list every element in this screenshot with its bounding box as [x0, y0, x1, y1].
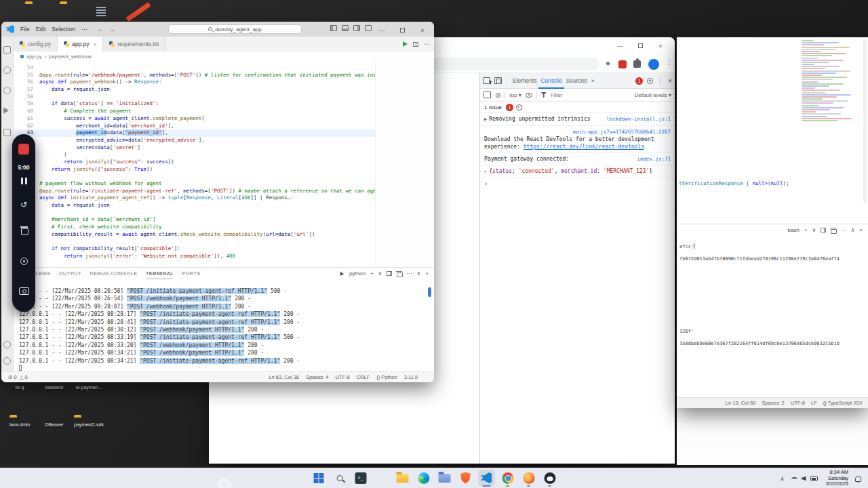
taskbar-icon-chrome[interactable]	[500, 470, 516, 486]
devtools-close-icon[interactable]: ×	[668, 77, 672, 85]
console-source-link[interactable]: index.js:71	[637, 155, 671, 163]
terminal-dropdown-icon[interactable]: ∨	[378, 270, 382, 277]
code-line[interactable]: 75 #merchant_id = data['merchant_id']	[14, 216, 375, 224]
minimize-button[interactable]: —	[610, 43, 630, 49]
tab-requirements.txt[interactable]: requirements.txt	[103, 37, 165, 52]
status-problems[interactable]: ⊘ 0 △ 0	[8, 374, 28, 380]
status-cursor[interactable]: Ln 13, Col 50	[726, 400, 756, 406]
status-spaces[interactable]: Spaces: 4	[306, 374, 328, 380]
code-editor[interactable]: 5455@app.route(rule='/webhook/payment', …	[14, 61, 434, 267]
device-toolbar-icon[interactable]	[494, 77, 502, 84]
status-eol[interactable]: LF	[811, 400, 817, 406]
discard-recording-icon[interactable]	[21, 226, 27, 234]
devtools-tab-more[interactable]: »	[589, 73, 597, 89]
maximize-button[interactable]	[630, 43, 650, 49]
devtools-tab-console[interactable]: Console	[538, 73, 564, 89]
menu-edit[interactable]: Edit	[36, 26, 46, 33]
kill-terminal-icon[interactable]	[831, 228, 835, 233]
devtools-settings-icon[interactable]	[647, 78, 653, 84]
status-encoding[interactable]: UTF-8	[335, 374, 349, 380]
log-levels-dropdown[interactable]: Default levels ▾	[635, 92, 671, 98]
menu-selection[interactable]: Selection	[52, 26, 75, 33]
panel-more-icon[interactable]: ⋯	[406, 270, 412, 277]
code-line[interactable]: tVerificationResponse | null>(null);	[679, 180, 789, 186]
status-language[interactable]: {} TypeScript JSX	[823, 400, 863, 406]
console-source-link[interactable]: main-app.js?v=1742657668641:2267	[484, 128, 671, 136]
taskbar-icon-vscode[interactable]	[479, 470, 495, 486]
code-line[interactable]: 70# payment flow without webhook for age…	[14, 180, 375, 188]
menu-file[interactable]: File	[20, 26, 30, 33]
issues-bar[interactable]: 1 Issue: 1	[480, 102, 675, 113]
panel-more-icon[interactable]: ⋯	[840, 227, 846, 233]
live-expression-icon[interactable]	[526, 93, 532, 98]
kill-terminal-icon[interactable]	[397, 271, 401, 277]
profile-avatar[interactable]	[648, 59, 659, 71]
panel-tab-terminal[interactable]: TERMINAL	[146, 268, 174, 280]
code-line[interactable]: 57 data = request.json	[14, 86, 375, 94]
notifications-bell-icon[interactable]	[855, 476, 861, 482]
panel-tab-ports[interactable]: PORTS	[182, 268, 201, 280]
taskbar-icon-edge[interactable]	[416, 470, 432, 486]
code-line[interactable]: 56async def payment_webhook() -> Respons…	[14, 79, 375, 86]
status-spaces[interactable]: Spaces: 2	[762, 400, 784, 406]
settings-gear-icon[interactable]	[3, 357, 11, 365]
run-debug-icon[interactable]	[3, 107, 9, 114]
panel-maximize-icon[interactable]: ∧	[416, 270, 420, 277]
menu-⋯[interactable]: ⋯	[81, 26, 87, 33]
webcam-icon[interactable]	[19, 287, 29, 295]
command-search-box[interactable]: dummy_agent_app	[168, 24, 302, 34]
code-line[interactable]: 54	[14, 64, 375, 72]
console-message[interactable]: lockdown-install.js:1▶Removing unpermitt…	[480, 113, 675, 126]
console-sidebar-icon[interactable]	[484, 92, 491, 98]
code-line[interactable]: 68 return jsonify({"success": True})	[14, 166, 375, 174]
code-line[interactable]: 80 return jsonify({'error': 'Website not…	[14, 253, 375, 260]
code-line[interactable]: 71@app.route(rule='/initiate-payment-age…	[14, 188, 375, 195]
customize-layout-icon[interactable]	[365, 25, 372, 31]
context-selector[interactable]: top ▾	[509, 92, 521, 98]
devtools-more-icon[interactable]: ⋮	[657, 77, 664, 85]
scrollbar[interactable]	[863, 40, 867, 203]
taskbar-icon-folder-blue[interactable]	[437, 470, 453, 486]
close-button[interactable]: ×	[412, 27, 433, 34]
console-source-link[interactable]: lockdown-install.js:1	[606, 115, 671, 123]
terminal-dropdown-icon[interactable]: ∨	[812, 227, 816, 233]
new-terminal-icon[interactable]: +	[804, 227, 808, 233]
extensions-puzzle-icon[interactable]	[633, 60, 641, 69]
minimize-button[interactable]: —	[372, 27, 392, 34]
split-editor-icon[interactable]	[413, 42, 418, 47]
console-filter-input[interactable]	[551, 92, 598, 98]
clock[interactable]: 8:34 AM Saturday 3/22/2025	[826, 470, 848, 487]
panel-close-icon[interactable]: ×	[859, 227, 863, 233]
extension-red-icon[interactable]	[618, 60, 627, 70]
terminal-scrollbar[interactable]	[428, 287, 431, 297]
code-line[interactable]: 67 return jsonify({"success": success})	[14, 159, 375, 166]
code-line[interactable]: 60 # Complete the payment	[14, 108, 375, 115]
source-control-icon[interactable]	[3, 87, 11, 94]
code-line[interactable]: 66 )	[14, 151, 375, 159]
code-line[interactable]: 76 # First, check website compatibility	[14, 224, 375, 231]
breadcrumb[interactable]: app.py › payment_webhook	[14, 52, 434, 61]
toggle-panel-icon[interactable]	[342, 25, 349, 31]
code-line[interactable]: 59 if data['status'] == 'initialized':	[14, 100, 375, 108]
nav-forward-icon[interactable]: →	[109, 26, 115, 33]
editor-more-icon[interactable]: ⋯	[424, 41, 430, 47]
taskbar-icon-terminal[interactable]: >_	[353, 470, 369, 486]
panel-close-icon[interactable]: ×	[425, 270, 429, 277]
taskbar-icon-brave[interactable]	[458, 470, 474, 486]
extensions-icon[interactable]	[3, 129, 11, 136]
code-line[interactable]: 78	[14, 239, 375, 246]
inspect-element-icon[interactable]	[483, 77, 490, 84]
devtools-tab-sources[interactable]: Sources	[564, 73, 589, 89]
search-view-icon[interactable]	[3, 66, 11, 74]
terminal-output[interactable]: efcc'fb672d013ab47bf6090cf1fdbead278196c…	[677, 236, 868, 397]
terminal-profile-label[interactable]: bash	[788, 227, 800, 233]
terminal[interactable]: 0.0.1 - - [22/Mar/2025 08:26:50] "POST /…	[14, 279, 434, 371]
terminal-profile-label[interactable]: python	[349, 270, 366, 277]
battery-icon[interactable]	[810, 476, 818, 481]
code-line[interactable]: 55@app.route(rule='/webhook/payment', me…	[14, 72, 375, 79]
status-eol[interactable]: CRLF	[357, 374, 370, 380]
explorer-icon[interactable]	[3, 46, 11, 54]
code-line[interactable]: 64 encrypted_advice=data['encrypted_advi…	[14, 137, 375, 144]
volume-icon[interactable]	[802, 476, 806, 481]
desktop-icon[interactable]: payment2-sdk	[73, 417, 104, 429]
